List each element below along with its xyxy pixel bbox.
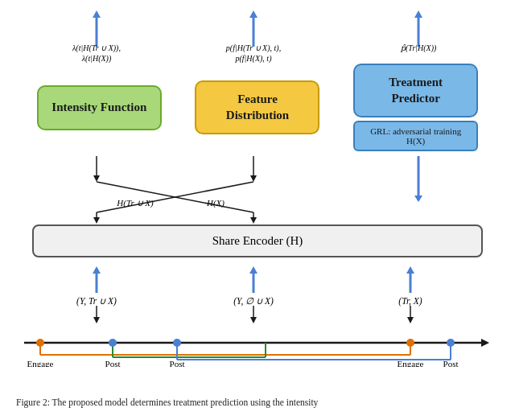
boxes-row: Intensity Function Feature Distribution …: [16, 64, 499, 151]
svg-marker-14: [250, 175, 257, 182]
cross-svg: H(Tr ∪ X) H(X): [16, 156, 499, 224]
svg-marker-37: [250, 317, 257, 323]
grl-box: GRL: adversarial trainingH(X): [353, 121, 478, 151]
svg-marker-20: [93, 217, 100, 224]
intensity-function-box: Intensity Function: [37, 85, 162, 130]
top-arrows-svg: λ(t|H(Tr ∪ X)), p(f|H(Tr ∪ X), t), p̂(Tr…: [16, 8, 499, 52]
svg-point-54: [406, 339, 414, 347]
svg-text:Post: Post: [105, 359, 121, 367]
svg-text:(Y, Tr ∪ X): (Y, Tr ∪ X): [76, 296, 117, 307]
encoder-row: Share Encoder (H): [20, 224, 495, 257]
feature-distribution-box: Feature Distribution: [195, 80, 319, 134]
timeline-svg: Engage Post Post Engage Post: [16, 327, 499, 367]
svg-text:Post: Post: [170, 359, 185, 367]
svg-point-52: [109, 339, 117, 347]
svg-text:H(Tr ∪ X): H(Tr ∪ X): [116, 198, 154, 208]
svg-marker-3: [249, 10, 258, 18]
svg-marker-41: [481, 339, 489, 347]
svg-marker-16: [414, 196, 422, 202]
svg-marker-30: [406, 266, 414, 274]
encoder-arrows-svg: [16, 262, 499, 294]
svg-text:p(f|H(X), t): p(f|H(X), t): [235, 54, 273, 64]
svg-point-55: [447, 339, 455, 347]
treatment-col: Treatment Predictor GRL: adversarial tra…: [353, 64, 478, 151]
figure-caption: Figure 2: The proposed model determines …: [0, 394, 515, 410]
svg-text:(Y, ∅ ∪ X): (Y, ∅ ∪ X): [233, 296, 274, 307]
svg-marker-39: [407, 317, 414, 323]
svg-text:λ(t|H(X)): λ(t|H(X)): [81, 54, 112, 64]
svg-text:Post: Post: [443, 359, 459, 367]
svg-marker-28: [249, 266, 258, 274]
svg-marker-12: [93, 175, 100, 182]
svg-text:p̂(Tr|H(X)): p̂(Tr|H(X)): [400, 43, 437, 52]
svg-marker-5: [414, 10, 422, 18]
svg-text:Engage: Engage: [398, 359, 424, 367]
svg-point-53: [173, 339, 181, 347]
svg-marker-22: [250, 217, 257, 224]
svg-text:H(X): H(X): [206, 198, 225, 208]
svg-text:Engage: Engage: [27, 359, 54, 367]
share-encoder-box: Share Encoder (H): [32, 224, 483, 257]
input-svg: (Y, Tr ∪ X) (Y, ∅ ∪ X) (Tr, X): [16, 294, 499, 327]
svg-marker-1: [93, 10, 101, 18]
diagram-container: λ(t|H(Tr ∪ X)), p(f|H(Tr ∪ X), t), p̂(Tr…: [0, 0, 515, 394]
svg-point-51: [36, 339, 44, 347]
top-labels2-svg: λ(t|H(X)) p(f|H(X), t): [16, 52, 499, 64]
treatment-predictor-box: Treatment Predictor: [353, 64, 478, 117]
svg-text:λ(t|H(Tr ∪ X)),: λ(t|H(Tr ∪ X)),: [72, 43, 121, 52]
svg-text:(Tr, X): (Tr, X): [398, 296, 422, 307]
svg-marker-26: [93, 266, 101, 274]
svg-text:p(f|H(Tr ∪ X), t),: p(f|H(Tr ∪ X), t),: [225, 43, 281, 52]
svg-marker-35: [93, 317, 100, 323]
